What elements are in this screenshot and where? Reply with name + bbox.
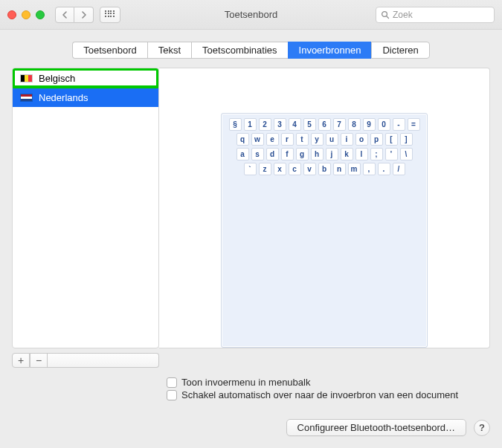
maximize-icon[interactable] [36,10,45,19]
key: y [311,133,324,146]
tab-tekst[interactable]: Tekst [147,42,191,59]
key: [ [385,133,398,146]
flag-icon [20,74,33,82]
source-item[interactable]: Nederlands [13,88,158,107]
key: f [281,148,294,160]
option-show-in-menubar[interactable]: Toon invoermenu in menubalk [167,377,490,388]
key: 7 [333,118,346,131]
key: e [266,133,279,146]
key: 1 [244,118,257,131]
keyboard-preview: §1234567890-=qwertyuiop[]asdfghjkl;'\`zx… [221,113,428,348]
chevron-left-icon [62,11,68,19]
add-source-button[interactable]: + [12,353,30,368]
key: \ [400,148,413,160]
key: u [326,133,338,146]
key: v [303,163,316,175]
source-item[interactable]: Belgisch [13,68,158,88]
tabs: ToetsenbordTekstToetscombinatiesInvoerbr… [12,42,490,59]
sources-list[interactable]: BelgischNederlands [12,68,159,348]
key: ` [244,163,257,175]
search-input[interactable] [393,10,489,20]
key: d [266,148,279,160]
layout-preview: §1234567890-=qwertyuiop[]asdfghjkl;'\`zx… [159,68,490,348]
key: b [318,163,331,175]
show-all-button[interactable] [100,7,120,23]
add-remove-bar: + − [12,353,159,368]
chevron-right-icon [81,11,87,19]
key: z [259,163,271,175]
key: 6 [318,118,331,131]
search-field[interactable] [376,7,495,23]
grid-icon [105,10,115,19]
key: w [251,133,264,146]
options: Toon invoermenu in menubalk Schakel auto… [167,377,490,400]
key: 3 [274,118,286,131]
source-label: Nederlands [39,92,89,103]
titlebar: Toetsenbord [0,0,502,30]
key: 9 [363,118,376,131]
tab-toetscombinaties[interactable]: Toetscombinaties [191,42,287,59]
help-button[interactable]: ? [474,420,490,436]
close-icon[interactable] [7,10,16,19]
key: c [289,163,301,175]
key: s [251,148,264,160]
key: n [333,163,346,175]
checkbox[interactable] [167,390,177,400]
key: ' [385,148,398,160]
key: l [355,148,368,160]
key: = [408,118,420,131]
key: k [341,148,353,160]
source-label: Belgisch [39,73,75,84]
keyboard-row: asdfghjkl;'\ [225,148,424,160]
key: § [229,118,242,131]
configure-bluetooth-button[interactable]: Configureer Bluetooth-toetsenbord… [286,419,466,436]
key: h [311,148,324,160]
tab-dicteren[interactable]: Dicteren [371,42,429,59]
option-label: Schakel automatisch over naar de invoerb… [181,389,458,400]
footer: Configureer Bluetooth-toetsenbord… ? [286,419,490,436]
key: ; [370,148,383,160]
add-remove-slack [48,353,159,368]
sources-column: BelgischNederlands + − [12,68,159,368]
remove-source-button[interactable]: − [30,353,48,368]
preferences-body: ToetsenbordTekstToetscombinatiesInvoerbr… [0,30,502,448]
flag-icon [20,94,33,102]
key: g [296,148,309,160]
key: a [236,148,249,160]
key: x [274,163,286,175]
window-controls [7,10,45,19]
nav-buttons [55,7,94,23]
key: q [236,133,249,146]
forward-button[interactable] [74,7,94,23]
key: - [393,118,405,131]
key: j [326,148,338,160]
key: . [378,163,390,175]
key: 5 [303,118,316,131]
content-columns: BelgischNederlands + − §1234567890-=qwer… [12,68,490,368]
key: 2 [259,118,271,131]
key: m [348,163,361,175]
key: r [281,133,294,146]
checkbox[interactable] [167,377,177,388]
key: t [296,133,309,146]
search-icon [381,10,390,19]
back-button[interactable] [55,7,74,23]
key: i [341,133,353,146]
key: / [393,163,405,175]
key: 0 [378,118,390,131]
key: 4 [289,118,301,131]
option-label: Toon invoermenu in menubalk [181,377,310,388]
keyboard-row: `zxcvbnm,./ [225,163,424,175]
key: ] [400,133,413,146]
keyboard-row: qwertyuiop[] [225,133,424,146]
tab-toetsenbord[interactable]: Toetsenbord [72,42,147,59]
keyboard-row: §1234567890-= [225,118,424,131]
key: , [363,163,376,175]
key: 8 [348,118,361,131]
minimize-icon[interactable] [22,10,30,19]
option-auto-switch[interactable]: Schakel automatisch over naar de invoerb… [167,389,490,400]
key: p [370,133,383,146]
tab-invoerbronnen[interactable]: Invoerbronnen [288,42,372,59]
key: o [355,133,368,146]
svg-line-1 [387,16,389,18]
